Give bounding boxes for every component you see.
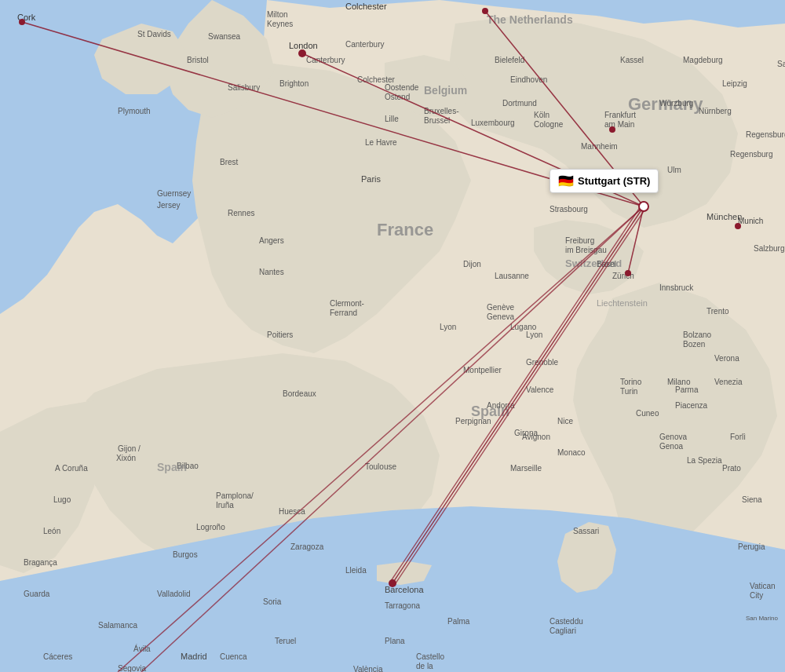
svg-text:La Spezia: La Spezia bbox=[687, 456, 722, 465]
svg-text:Monaco: Monaco bbox=[557, 448, 586, 457]
svg-text:München: München bbox=[706, 212, 742, 221]
svg-text:Burgos: Burgos bbox=[173, 550, 198, 559]
svg-point-154 bbox=[639, 202, 648, 211]
svg-text:Kassel: Kassel bbox=[620, 56, 644, 64]
svg-point-153 bbox=[482, 8, 488, 14]
svg-text:Forlì: Forlì bbox=[730, 433, 746, 441]
svg-text:London: London bbox=[289, 41, 318, 50]
svg-text:Marseille: Marseille bbox=[510, 464, 542, 473]
svg-text:City: City bbox=[750, 591, 763, 600]
svg-text:Strasbourg: Strasbourg bbox=[550, 205, 588, 214]
svg-text:Geneva: Geneva bbox=[487, 312, 514, 321]
svg-text:Salzburg: Salzburg bbox=[754, 244, 784, 253]
svg-text:Swansea: Swansea bbox=[208, 32, 241, 41]
svg-text:Luxembourg: Luxembourg bbox=[471, 119, 515, 127]
svg-text:Köln: Köln bbox=[534, 111, 550, 119]
svg-text:Bolzano: Bolzano bbox=[683, 331, 712, 339]
svg-text:Plana: Plana bbox=[385, 637, 405, 645]
svg-text:Bragança: Bragança bbox=[24, 558, 57, 567]
svg-text:Valence: Valence bbox=[526, 385, 554, 394]
svg-text:Würzburg: Würzburg bbox=[659, 99, 693, 108]
svg-text:St Davids: St Davids bbox=[137, 30, 171, 38]
svg-text:Jersey: Jersey bbox=[157, 201, 180, 210]
svg-text:Ferrand: Ferrand bbox=[330, 309, 357, 317]
svg-text:Mannheim: Mannheim bbox=[581, 142, 618, 151]
svg-text:Munich: Munich bbox=[738, 217, 763, 225]
svg-text:Guernsey: Guernsey bbox=[157, 189, 191, 198]
svg-text:Toulouse: Toulouse bbox=[365, 462, 396, 471]
svg-text:Nantes: Nantes bbox=[259, 268, 284, 276]
svg-text:Prato: Prato bbox=[722, 464, 741, 473]
svg-text:Salamanca: Salamanca bbox=[98, 621, 137, 630]
svg-text:Montpellier: Montpellier bbox=[463, 366, 502, 374]
svg-text:Oostende: Oostende bbox=[385, 83, 419, 92]
svg-text:Clermont-: Clermont- bbox=[330, 299, 364, 308]
svg-text:Regensburg: Regensburg bbox=[746, 130, 785, 139]
svg-text:Regensburg: Regensburg bbox=[730, 150, 772, 159]
svg-point-151 bbox=[19, 19, 25, 25]
svg-text:Parma: Parma bbox=[675, 385, 699, 394]
svg-text:Le Havre: Le Havre bbox=[365, 138, 397, 147]
svg-text:Genoa: Genoa bbox=[659, 442, 683, 451]
svg-text:Cagliari: Cagliari bbox=[550, 626, 576, 635]
svg-text:Milton: Milton bbox=[267, 10, 288, 19]
svg-text:San Marino: San Marino bbox=[746, 615, 778, 622]
svg-text:Lille: Lille bbox=[385, 115, 399, 123]
svg-text:Keynes: Keynes bbox=[267, 20, 293, 28]
svg-text:am Main: am Main bbox=[604, 120, 634, 129]
svg-text:Bruxelles-: Bruxelles- bbox=[424, 107, 458, 115]
svg-text:Nürnberg: Nürnberg bbox=[699, 107, 732, 115]
svg-text:Dijon: Dijon bbox=[463, 260, 481, 268]
svg-text:Zaragoza: Zaragoza bbox=[290, 542, 324, 551]
svg-text:Pamplona/: Pamplona/ bbox=[216, 491, 254, 500]
svg-text:Verona: Verona bbox=[714, 354, 739, 363]
svg-point-156 bbox=[625, 270, 631, 276]
svg-text:Ulm: Ulm bbox=[667, 166, 681, 174]
svg-text:Bielefeld: Bielefeld bbox=[495, 56, 524, 64]
svg-text:Lleida: Lleida bbox=[345, 566, 367, 575]
svg-text:Colchester: Colchester bbox=[345, 2, 387, 11]
svg-text:Perpignan: Perpignan bbox=[455, 417, 491, 425]
svg-text:Eindhoven: Eindhoven bbox=[510, 75, 547, 84]
svg-text:Guarda: Guarda bbox=[24, 590, 50, 598]
svg-text:Brest: Brest bbox=[220, 158, 239, 166]
svg-point-150 bbox=[609, 126, 615, 133]
svg-text:Palma: Palma bbox=[447, 617, 470, 626]
svg-text:Tarragona: Tarragona bbox=[385, 601, 420, 610]
svg-text:Canterbury: Canterbury bbox=[345, 40, 384, 49]
svg-text:Bristol: Bristol bbox=[187, 56, 209, 64]
svg-text:Lausanne: Lausanne bbox=[495, 272, 529, 280]
svg-text:Plymouth: Plymouth bbox=[118, 107, 151, 115]
svg-text:Freiburg: Freiburg bbox=[565, 236, 594, 245]
svg-text:Nice: Nice bbox=[557, 417, 573, 425]
svg-text:Sassari: Sassari bbox=[573, 527, 599, 535]
svg-text:Cologne: Cologne bbox=[534, 120, 564, 129]
svg-text:Lugo: Lugo bbox=[53, 495, 71, 504]
svg-text:Liechtenstein: Liechtenstein bbox=[597, 298, 648, 308]
svg-text:Avignon: Avignon bbox=[522, 433, 550, 441]
svg-text:Lyon: Lyon bbox=[440, 323, 456, 331]
svg-text:Casteddu: Casteddu bbox=[550, 617, 583, 626]
svg-text:Bordeaux: Bordeaux bbox=[283, 389, 316, 398]
svg-text:Cuneo: Cuneo bbox=[636, 409, 659, 418]
svg-text:Dortmund: Dortmund bbox=[502, 99, 537, 108]
svg-text:Lyon: Lyon bbox=[526, 331, 542, 339]
svg-text:Leipzig: Leipzig bbox=[722, 79, 747, 88]
svg-text:Sal: Sal bbox=[777, 60, 785, 68]
svg-text:Spain: Spain bbox=[157, 461, 187, 473]
svg-text:Canterbury: Canterbury bbox=[306, 56, 345, 64]
svg-text:Genova: Genova bbox=[659, 433, 687, 441]
svg-point-155 bbox=[389, 579, 396, 587]
svg-text:Castello: Castello bbox=[416, 652, 445, 661]
svg-text:Magdeburg: Magdeburg bbox=[683, 56, 723, 64]
svg-text:Turin: Turin bbox=[620, 387, 637, 396]
svg-text:Cuenca: Cuenca bbox=[220, 652, 247, 661]
svg-text:Valladolid: Valladolid bbox=[157, 590, 191, 598]
svg-text:The Netherlands: The Netherlands bbox=[487, 13, 573, 26]
svg-text:de la: de la bbox=[416, 662, 433, 670]
svg-text:Belgium: Belgium bbox=[424, 84, 467, 97]
svg-text:Soria: Soria bbox=[263, 597, 282, 606]
svg-text:Vatican: Vatican bbox=[750, 582, 776, 590]
svg-text:Perugia: Perugia bbox=[738, 542, 765, 551]
svg-text:Venezia: Venezia bbox=[714, 378, 743, 386]
